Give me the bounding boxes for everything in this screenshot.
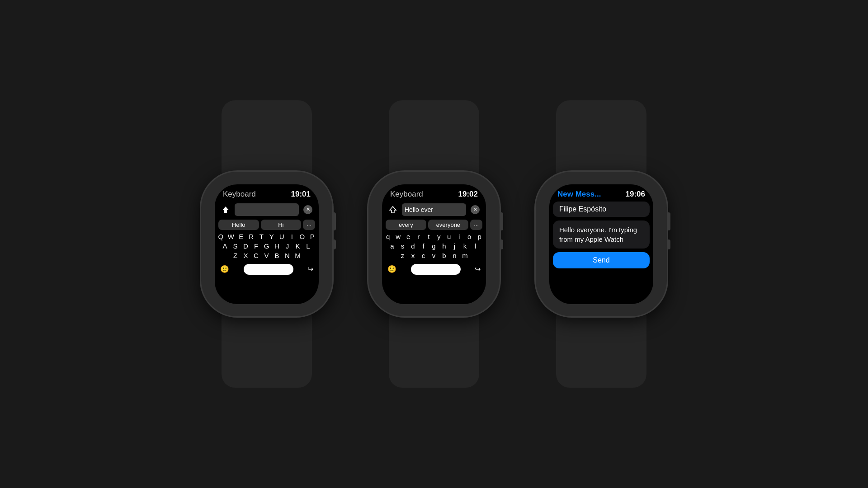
key-q-2[interactable]: q — [384, 233, 393, 240]
key-z-1[interactable]: Z — [231, 252, 240, 259]
watch-3: New Mess... 19:06 Filipe Espósito Hello … — [536, 100, 667, 388]
shift-btn-2[interactable] — [387, 203, 399, 216]
key-a-2[interactable]: a — [388, 242, 397, 250]
key-n-1[interactable]: N — [283, 252, 292, 259]
key-v-1[interactable]: V — [262, 252, 271, 259]
key-w-2[interactable]: w — [394, 233, 403, 240]
key-p-2[interactable]: p — [476, 233, 485, 240]
watch-crown-2 — [500, 212, 503, 230]
delete-btn-1[interactable]: ✕ — [302, 203, 314, 216]
delete-icon-2: ✕ — [471, 205, 480, 214]
send-button[interactable]: Send — [553, 252, 650, 268]
send-arrow-1[interactable]: ↪ — [307, 265, 313, 273]
key-s-2[interactable]: s — [398, 242, 407, 250]
key-r-1[interactable]: R — [247, 233, 256, 240]
keyboard-keys-2: q w e r t y u i o p a s d f g h — [382, 232, 486, 262]
watch-screen-3: New Mess... 19:06 Filipe Espósito Hello … — [549, 184, 653, 304]
key-l-1[interactable]: L — [304, 242, 313, 250]
delete-btn-2[interactable]: ✕ — [469, 203, 481, 216]
key-e-2[interactable]: e — [404, 233, 413, 240]
suggestion-every[interactable]: every — [386, 220, 426, 230]
time-3: 19:06 — [626, 190, 645, 199]
watch-screen-1: Keyboard 19:01 ✕ Hello H — [215, 184, 319, 304]
key-u-1[interactable]: U — [278, 233, 287, 240]
key-g-1[interactable]: G — [262, 242, 271, 250]
key-i-2[interactable]: i — [455, 233, 464, 240]
emoji-btn-2[interactable]: 🙂 — [387, 265, 396, 273]
input-row-2: Hello ever ✕ — [382, 202, 486, 218]
text-field-2[interactable]: Hello ever — [402, 203, 466, 216]
watch-band-bottom-3 — [556, 315, 646, 388]
key-x-2[interactable]: x — [409, 252, 418, 259]
space-bar-1[interactable] — [244, 264, 293, 275]
suggestion-more-2[interactable]: ··· — [470, 220, 482, 230]
svg-marker-1 — [390, 206, 396, 213]
key-x-1[interactable]: X — [241, 252, 250, 259]
key-k-2[interactable]: k — [461, 242, 470, 250]
key-y-1[interactable]: Y — [268, 233, 277, 240]
key-c-2[interactable]: c — [419, 252, 428, 259]
key-f-2[interactable]: f — [419, 242, 428, 250]
send-arrow-2[interactable]: ↪ — [475, 265, 481, 273]
key-n-2[interactable]: n — [450, 252, 459, 259]
key-b-2[interactable]: b — [440, 252, 449, 259]
key-t-2[interactable]: t — [425, 233, 434, 240]
key-s-1[interactable]: S — [231, 242, 240, 250]
key-e-1[interactable]: E — [237, 233, 246, 240]
svg-marker-0 — [222, 206, 229, 213]
key-b-1[interactable]: B — [273, 252, 282, 259]
key-q-1[interactable]: Q — [217, 233, 226, 240]
key-w-1[interactable]: W — [227, 233, 236, 240]
key-v-2[interactable]: v — [429, 252, 439, 259]
key-t-1[interactable]: T — [257, 233, 266, 240]
watch-side-btn-3 — [667, 239, 670, 249]
suggestion-everyone[interactable]: everyone — [428, 220, 469, 230]
kb-row-1-2: q w e r t y u i o p — [384, 233, 484, 240]
watch-band-bottom-1 — [222, 315, 312, 388]
watch-screen-2: Keyboard 19:02 Hello ever ✕ every — [382, 184, 486, 304]
kb-bottom-1: 🙂 ↪ — [215, 262, 319, 277]
key-y-2[interactable]: y — [435, 233, 444, 240]
key-h-2[interactable]: h — [440, 242, 449, 250]
key-d-1[interactable]: D — [241, 242, 250, 250]
suggestion-more-1[interactable]: ··· — [303, 220, 315, 230]
key-k-1[interactable]: K — [293, 242, 302, 250]
key-h-1[interactable]: H — [273, 242, 282, 250]
key-m-2[interactable]: m — [461, 252, 470, 259]
watch-side-btn-1 — [332, 239, 336, 249]
kb-row-2-2: a s d f g h j k l — [384, 242, 484, 250]
key-o-2[interactable]: o — [465, 233, 474, 240]
key-i-1[interactable]: I — [288, 233, 297, 240]
key-m-1[interactable]: M — [293, 252, 302, 259]
status-bar-3: New Mess... 19:06 — [549, 184, 653, 202]
key-g-2[interactable]: g — [429, 242, 439, 250]
kb-row-2-1: A S D F G H J K L — [217, 242, 317, 250]
keyboard-keys-1: Q W E R T Y U I O P A S D F G H — [215, 232, 319, 262]
key-j-1[interactable]: J — [283, 242, 292, 250]
time-1: 19:01 — [291, 190, 311, 199]
key-a-1[interactable]: A — [221, 242, 230, 250]
text-field-1[interactable] — [235, 203, 299, 216]
suggestion-hi[interactable]: Hi — [261, 220, 302, 230]
key-o-1[interactable]: O — [298, 233, 307, 240]
suggestion-hello[interactable]: Hello — [218, 220, 259, 230]
time-2: 19:02 — [458, 190, 478, 199]
key-p-1[interactable]: P — [308, 233, 317, 240]
input-row-1: ✕ — [215, 202, 319, 218]
space-bar-2[interactable] — [411, 264, 461, 275]
key-j-2[interactable]: j — [450, 242, 459, 250]
key-r-2[interactable]: r — [415, 233, 424, 240]
watch-band-top-2 — [389, 100, 479, 173]
emoji-btn-1[interactable]: 🙂 — [220, 265, 229, 273]
watch-crown-1 — [332, 212, 336, 230]
kb-bottom-2: 🙂 ↪ — [382, 262, 486, 277]
key-f-1[interactable]: F — [252, 242, 261, 250]
watch-band-bottom-2 — [389, 315, 479, 388]
key-d-2[interactable]: d — [409, 242, 418, 250]
shift-btn-1[interactable] — [219, 203, 232, 216]
key-u-2[interactable]: u — [445, 233, 454, 240]
key-c-1[interactable]: C — [252, 252, 261, 259]
key-z-2[interactable]: z — [398, 252, 407, 259]
key-l-2[interactable]: l — [471, 242, 480, 250]
watch-body-1: Keyboard 19:01 ✕ Hello H — [201, 172, 332, 316]
